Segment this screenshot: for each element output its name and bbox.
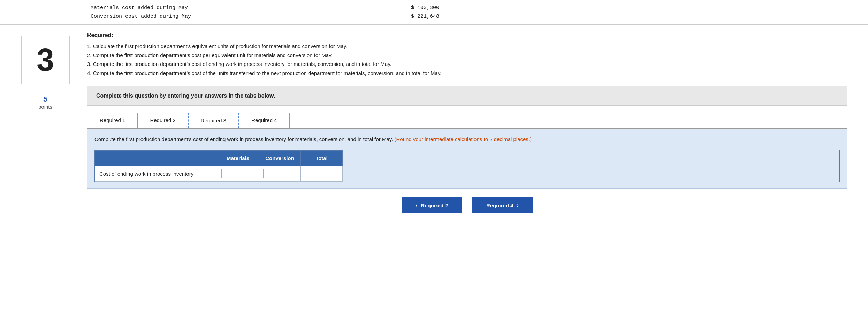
next-arrow-icon: › xyxy=(517,202,519,208)
tab-required-3[interactable]: Required 3 xyxy=(188,113,239,128)
instruction-4: 4. Compute the first production departme… xyxy=(87,69,847,78)
prev-button-label: Required 2 xyxy=(421,203,448,208)
tab-note: (Round your intermediate calculations to… xyxy=(395,136,532,142)
points-value: 5 xyxy=(38,95,52,104)
required-label: Required: xyxy=(87,32,847,38)
next-button[interactable]: Required 4 › xyxy=(472,197,533,213)
tab-required-3-label: Required 3 xyxy=(201,117,226,123)
cost-line-1: Materials cost added during May $ 103,30… xyxy=(91,3,439,12)
materials-input[interactable] xyxy=(221,169,254,178)
tab-main-text: Compute the first production department'… xyxy=(94,136,393,142)
cost-line-1-value: $ 103,300 xyxy=(387,5,439,11)
points-section: 5 points xyxy=(38,95,52,110)
col-header-materials: Materials xyxy=(217,151,259,166)
table-row: Cost of ending work in process inventory xyxy=(95,166,343,182)
cost-line-1-label: Materials cost added during May xyxy=(91,5,230,11)
tab-content: Compute the first production department'… xyxy=(87,129,847,189)
cost-line-2-label: Conversion cost added during May xyxy=(91,14,230,20)
tab-required-4-label: Required 4 xyxy=(251,117,277,123)
col-header-total: Total xyxy=(301,151,343,166)
col-header-empty xyxy=(95,151,217,166)
points-label: points xyxy=(38,104,52,110)
tab-required-2[interactable]: Required 2 xyxy=(137,113,188,128)
tabs-container: Required 1 Required 2 Required 3 Require… xyxy=(87,113,847,129)
total-input[interactable] xyxy=(305,169,338,178)
data-table-wrapper: Materials Conversion Total Cost of endin… xyxy=(94,150,840,182)
tab-required-1-label: Required 1 xyxy=(100,117,125,123)
next-button-label: Required 4 xyxy=(486,203,513,208)
instruction-3: 3. Compute the first production departme… xyxy=(87,60,847,69)
tab-required-2-label: Required 2 xyxy=(150,117,175,123)
problem-number: 3 xyxy=(37,42,54,78)
cost-line-2-value: $ 221,648 xyxy=(387,14,439,20)
row-label-cost-ending: Cost of ending work in process inventory xyxy=(95,166,217,182)
instruction-1: 1. Calculate the first production depart… xyxy=(87,42,847,51)
complete-question-box: Complete this question by entering your … xyxy=(87,86,847,106)
tab-required-1[interactable]: Required 1 xyxy=(87,113,138,128)
complete-question-text: Complete this question by entering your … xyxy=(96,93,275,99)
col-header-conversion: Conversion xyxy=(259,151,301,166)
instruction-2: 2. Compute the first production departme… xyxy=(87,51,847,60)
cost-table: Materials Conversion Total Cost of endin… xyxy=(95,150,343,182)
nav-buttons: ‹ Required 2 Required 4 › xyxy=(87,197,847,213)
cost-data-section: Materials cost added during May $ 103,30… xyxy=(0,0,868,25)
table-header-row: Materials Conversion Total xyxy=(95,151,343,166)
right-content: Required: 1. Calculate the first product… xyxy=(80,32,868,213)
number-badge-col: 3 5 points xyxy=(10,32,80,213)
prev-button[interactable]: ‹ Required 2 xyxy=(402,197,462,213)
main-content: 3 5 points Required: 1. Calculate the fi… xyxy=(0,25,868,220)
input-cell-conversion[interactable] xyxy=(259,166,301,182)
input-cell-total[interactable] xyxy=(301,166,343,182)
problem-number-badge: 3 xyxy=(21,36,70,84)
conversion-input[interactable] xyxy=(263,169,296,178)
prev-arrow-icon: ‹ xyxy=(416,202,417,208)
cost-line-2: Conversion cost added during May $ 221,6… xyxy=(91,12,439,21)
input-cell-materials[interactable] xyxy=(217,166,259,182)
tab-required-4[interactable]: Required 4 xyxy=(239,113,289,128)
instructions: 1. Calculate the first production depart… xyxy=(87,42,847,77)
page-wrapper: Materials cost added during May $ 103,30… xyxy=(0,0,868,327)
